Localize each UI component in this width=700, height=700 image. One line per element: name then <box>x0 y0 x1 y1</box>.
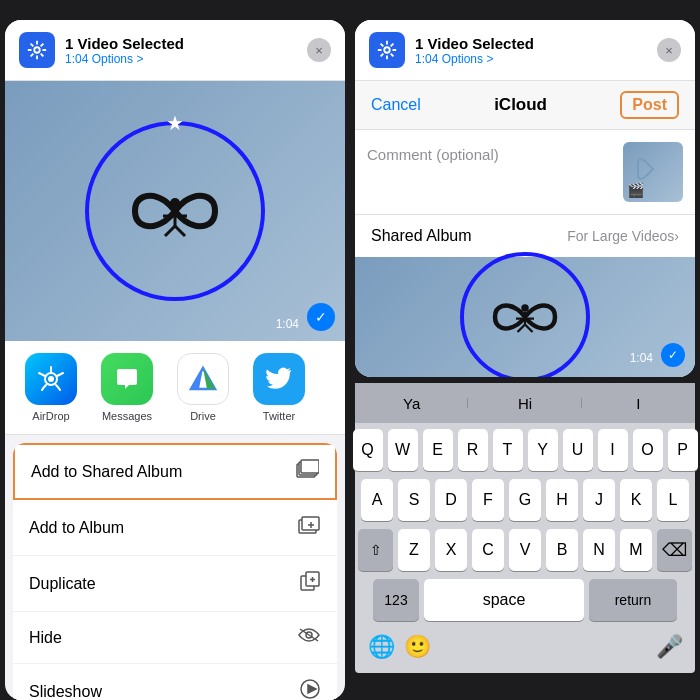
hide-icon <box>297 626 321 649</box>
svg-line-6 <box>41 54 44 57</box>
duplicate-label: Duplicate <box>29 575 291 593</box>
add-album-item[interactable]: Add to Album <box>13 500 337 556</box>
right-header-text: 1 Video Selected 1:04 Options > <box>415 35 657 66</box>
key-e[interactable]: E <box>423 429 453 471</box>
space-key[interactable]: space <box>424 579 584 621</box>
numbers-key[interactable]: 123 <box>373 579 419 621</box>
svg-line-38 <box>381 44 384 47</box>
key-j[interactable]: J <box>583 479 615 521</box>
key-x[interactable]: X <box>435 529 467 571</box>
right-video-check-icon: ✓ <box>661 343 685 367</box>
key-row-1: Q W E R T Y U I O P <box>358 429 692 471</box>
star-icon: ★ <box>166 111 184 135</box>
icloud-nav-bar: Cancel iCloud Post <box>355 81 695 130</box>
right-video-duration: 1:04 <box>630 351 653 365</box>
key-rows: Q W E R T Y U I O P A S D F G H J K <box>355 423 695 625</box>
action-list: Add to Shared Album Add to Album <box>13 443 337 700</box>
add-shared-album-item[interactable]: Add to Shared Album <box>13 443 337 500</box>
key-t[interactable]: T <box>493 429 523 471</box>
hide-item[interactable]: Hide <box>13 612 337 664</box>
slideshow-icon <box>299 678 321 700</box>
svg-point-33 <box>384 47 390 53</box>
add-shared-album-label: Add to Shared Album <box>31 463 287 481</box>
messages-label: Messages <box>102 410 152 422</box>
left-panel: 1 Video Selected 1:04 Options > × ★ <box>0 0 350 700</box>
icloud-album-row[interactable]: Shared Album For Large Videos › <box>355 214 695 257</box>
video-thumbnail: ★ 1:04 ✓ <box>5 81 345 341</box>
key-i[interactable]: I <box>598 429 628 471</box>
key-r[interactable]: R <box>458 429 488 471</box>
suggestions-bar: Ya Hi I <box>355 383 695 423</box>
key-c[interactable]: C <box>472 529 504 571</box>
svg-point-9 <box>170 198 180 208</box>
right-video-circle <box>460 252 590 377</box>
key-z[interactable]: Z <box>398 529 430 571</box>
share-close-button[interactable]: × <box>307 38 331 62</box>
drive-item[interactable]: Drive <box>173 353 233 422</box>
duplicate-item[interactable]: Duplicate <box>13 556 337 612</box>
keyboard: Ya Hi I Q W E R T Y U I O P A S D <box>355 383 695 673</box>
right-share-subtitle: 1:04 Options > <box>415 52 657 66</box>
header-text: 1 Video Selected 1:04 Options > <box>65 35 307 66</box>
add-album-label: Add to Album <box>29 519 289 537</box>
svg-point-42 <box>521 304 529 312</box>
emoji-icon[interactable]: 🙂 <box>399 629 435 665</box>
key-h[interactable]: H <box>546 479 578 521</box>
comment-input[interactable]: Comment (optional) <box>367 142 613 202</box>
airdrop-item[interactable]: AirDrop <box>21 353 81 422</box>
key-s[interactable]: S <box>398 479 430 521</box>
key-m[interactable]: M <box>620 529 652 571</box>
key-k[interactable]: K <box>620 479 652 521</box>
globe-icon[interactable]: 🌐 <box>363 629 399 665</box>
slideshow-item[interactable]: Slideshow <box>13 664 337 700</box>
right-share-header: 1 Video Selected 1:04 Options > × <box>355 20 695 81</box>
key-d[interactable]: D <box>435 479 467 521</box>
shift-key[interactable]: ⇧ <box>358 529 393 571</box>
key-p[interactable]: P <box>668 429 698 471</box>
svg-line-7 <box>41 44 44 47</box>
slideshow-label: Slideshow <box>29 683 291 701</box>
svg-line-40 <box>391 44 394 47</box>
key-y[interactable]: Y <box>528 429 558 471</box>
svg-point-15 <box>48 376 54 382</box>
infinity-svg <box>115 181 235 241</box>
icloud-post-button[interactable]: Post <box>620 91 679 119</box>
share-sheet: 1 Video Selected 1:04 Options > × ★ <box>5 20 345 700</box>
return-key[interactable]: return <box>589 579 677 621</box>
key-u[interactable]: U <box>563 429 593 471</box>
duplicate-icon <box>299 570 321 597</box>
icloud-cancel-button[interactable]: Cancel <box>371 96 421 114</box>
microphone-icon[interactable]: 🎤 <box>651 629 687 665</box>
icloud-body: Comment (optional) 🎬 <box>355 130 695 214</box>
suggestion-hi[interactable]: Hi <box>468 395 581 412</box>
suggestion-ya[interactable]: Ya <box>355 395 468 412</box>
twitter-label: Twitter <box>263 410 295 422</box>
svg-line-12 <box>165 226 175 236</box>
icloud-sheet: 1 Video Selected 1:04 Options > × Cancel… <box>355 20 695 377</box>
share-subtitle: 1:04 Options > <box>65 52 307 66</box>
key-f[interactable]: F <box>472 479 504 521</box>
hide-label: Hide <box>29 629 289 647</box>
key-w[interactable]: W <box>388 429 418 471</box>
suggestion-i[interactable]: I <box>582 395 695 412</box>
key-b[interactable]: B <box>546 529 578 571</box>
twitter-item[interactable]: Twitter <box>249 353 309 422</box>
left-video-duration: 1:04 <box>276 317 299 331</box>
right-share-close-button[interactable]: × <box>657 38 681 62</box>
delete-key[interactable]: ⌫ <box>657 529 692 571</box>
key-a[interactable]: A <box>361 479 393 521</box>
key-q[interactable]: Q <box>353 429 383 471</box>
album-for: For Large Videos <box>567 228 674 244</box>
icloud-title: iCloud <box>494 95 547 115</box>
key-l[interactable]: L <box>657 479 689 521</box>
key-o[interactable]: O <box>633 429 663 471</box>
right-panel: 1 Video Selected 1:04 Options > × Cancel… <box>350 0 700 700</box>
svg-line-41 <box>381 54 384 57</box>
key-n[interactable]: N <box>583 529 615 571</box>
key-v[interactable]: V <box>509 529 541 571</box>
messages-item[interactable]: Messages <box>97 353 157 422</box>
key-g[interactable]: G <box>509 479 541 521</box>
add-album-icon <box>297 514 321 541</box>
twitter-icon <box>253 353 305 405</box>
right-video-thumbnail: 1:04 ✓ <box>355 257 695 377</box>
